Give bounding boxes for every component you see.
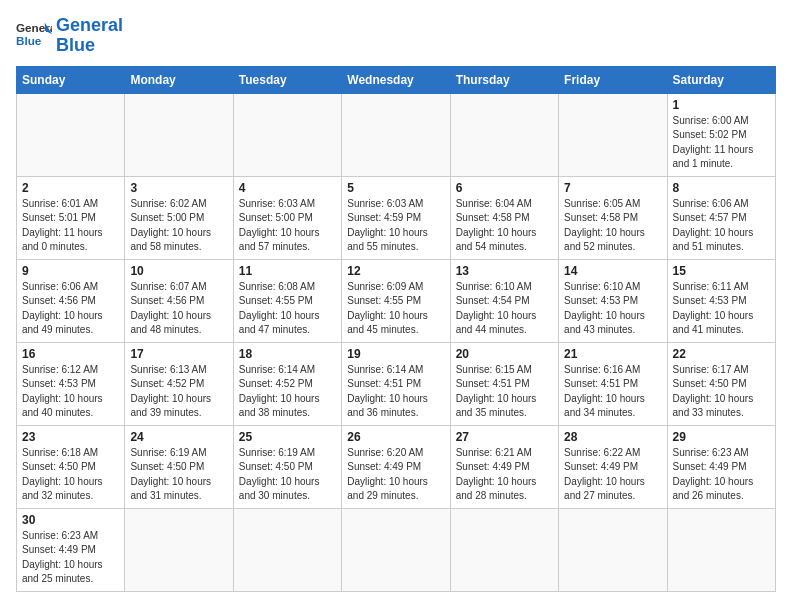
- column-header-wednesday: Wednesday: [342, 66, 450, 93]
- calendar-week-row: 23Sunrise: 6:18 AMSunset: 4:50 PMDayligh…: [17, 425, 776, 508]
- day-info: Sunrise: 6:10 AMSunset: 4:53 PMDaylight:…: [564, 280, 661, 338]
- calendar-cell: 25Sunrise: 6:19 AMSunset: 4:50 PMDayligh…: [233, 425, 341, 508]
- calendar-cell: [559, 508, 667, 591]
- column-header-sunday: Sunday: [17, 66, 125, 93]
- day-info: Sunrise: 6:16 AMSunset: 4:51 PMDaylight:…: [564, 363, 661, 421]
- calendar-cell: 17Sunrise: 6:13 AMSunset: 4:52 PMDayligh…: [125, 342, 233, 425]
- logo-text: GeneralBlue: [56, 16, 123, 56]
- day-info: Sunrise: 6:05 AMSunset: 4:58 PMDaylight:…: [564, 197, 661, 255]
- calendar-cell: [450, 508, 558, 591]
- logo: General Blue GeneralBlue: [16, 16, 123, 56]
- calendar-cell: [559, 93, 667, 176]
- day-number: 28: [564, 430, 661, 444]
- column-header-friday: Friday: [559, 66, 667, 93]
- day-number: 11: [239, 264, 336, 278]
- day-info: Sunrise: 6:23 AMSunset: 4:49 PMDaylight:…: [22, 529, 119, 587]
- calendar-cell: 4Sunrise: 6:03 AMSunset: 5:00 PMDaylight…: [233, 176, 341, 259]
- day-number: 23: [22, 430, 119, 444]
- day-number: 19: [347, 347, 444, 361]
- calendar-cell: [233, 93, 341, 176]
- day-info: Sunrise: 6:14 AMSunset: 4:52 PMDaylight:…: [239, 363, 336, 421]
- day-info: Sunrise: 6:12 AMSunset: 4:53 PMDaylight:…: [22, 363, 119, 421]
- calendar-cell: 13Sunrise: 6:10 AMSunset: 4:54 PMDayligh…: [450, 259, 558, 342]
- day-info: Sunrise: 6:03 AMSunset: 4:59 PMDaylight:…: [347, 197, 444, 255]
- column-header-tuesday: Tuesday: [233, 66, 341, 93]
- day-info: Sunrise: 6:23 AMSunset: 4:49 PMDaylight:…: [673, 446, 770, 504]
- calendar-week-row: 2Sunrise: 6:01 AMSunset: 5:01 PMDaylight…: [17, 176, 776, 259]
- calendar-cell: [125, 93, 233, 176]
- calendar-cell: 6Sunrise: 6:04 AMSunset: 4:58 PMDaylight…: [450, 176, 558, 259]
- day-info: Sunrise: 6:10 AMSunset: 4:54 PMDaylight:…: [456, 280, 553, 338]
- day-number: 14: [564, 264, 661, 278]
- day-number: 12: [347, 264, 444, 278]
- calendar-cell: [342, 508, 450, 591]
- calendar-cell: 26Sunrise: 6:20 AMSunset: 4:49 PMDayligh…: [342, 425, 450, 508]
- day-info: Sunrise: 6:14 AMSunset: 4:51 PMDaylight:…: [347, 363, 444, 421]
- calendar-cell: 18Sunrise: 6:14 AMSunset: 4:52 PMDayligh…: [233, 342, 341, 425]
- day-info: Sunrise: 6:06 AMSunset: 4:57 PMDaylight:…: [673, 197, 770, 255]
- calendar-cell: 24Sunrise: 6:19 AMSunset: 4:50 PMDayligh…: [125, 425, 233, 508]
- calendar-cell: 14Sunrise: 6:10 AMSunset: 4:53 PMDayligh…: [559, 259, 667, 342]
- day-info: Sunrise: 6:17 AMSunset: 4:50 PMDaylight:…: [673, 363, 770, 421]
- day-number: 10: [130, 264, 227, 278]
- calendar-cell: 12Sunrise: 6:09 AMSunset: 4:55 PMDayligh…: [342, 259, 450, 342]
- calendar-cell: 23Sunrise: 6:18 AMSunset: 4:50 PMDayligh…: [17, 425, 125, 508]
- calendar-cell: 19Sunrise: 6:14 AMSunset: 4:51 PMDayligh…: [342, 342, 450, 425]
- day-number: 30: [22, 513, 119, 527]
- day-info: Sunrise: 6:08 AMSunset: 4:55 PMDaylight:…: [239, 280, 336, 338]
- calendar-cell: 15Sunrise: 6:11 AMSunset: 4:53 PMDayligh…: [667, 259, 775, 342]
- day-info: Sunrise: 6:20 AMSunset: 4:49 PMDaylight:…: [347, 446, 444, 504]
- calendar-cell: [342, 93, 450, 176]
- day-info: Sunrise: 6:11 AMSunset: 4:53 PMDaylight:…: [673, 280, 770, 338]
- calendar-cell: 3Sunrise: 6:02 AMSunset: 5:00 PMDaylight…: [125, 176, 233, 259]
- calendar-cell: 8Sunrise: 6:06 AMSunset: 4:57 PMDaylight…: [667, 176, 775, 259]
- calendar-cell: 29Sunrise: 6:23 AMSunset: 4:49 PMDayligh…: [667, 425, 775, 508]
- calendar-header-row: SundayMondayTuesdayWednesdayThursdayFrid…: [17, 66, 776, 93]
- day-info: Sunrise: 6:19 AMSunset: 4:50 PMDaylight:…: [130, 446, 227, 504]
- calendar-week-row: 16Sunrise: 6:12 AMSunset: 4:53 PMDayligh…: [17, 342, 776, 425]
- day-info: Sunrise: 6:04 AMSunset: 4:58 PMDaylight:…: [456, 197, 553, 255]
- day-number: 17: [130, 347, 227, 361]
- day-number: 3: [130, 181, 227, 195]
- day-info: Sunrise: 6:13 AMSunset: 4:52 PMDaylight:…: [130, 363, 227, 421]
- day-number: 13: [456, 264, 553, 278]
- calendar-cell: 27Sunrise: 6:21 AMSunset: 4:49 PMDayligh…: [450, 425, 558, 508]
- day-number: 9: [22, 264, 119, 278]
- day-info: Sunrise: 6:06 AMSunset: 4:56 PMDaylight:…: [22, 280, 119, 338]
- day-info: Sunrise: 6:03 AMSunset: 5:00 PMDaylight:…: [239, 197, 336, 255]
- calendar-cell: 16Sunrise: 6:12 AMSunset: 4:53 PMDayligh…: [17, 342, 125, 425]
- calendar-cell: 10Sunrise: 6:07 AMSunset: 4:56 PMDayligh…: [125, 259, 233, 342]
- day-info: Sunrise: 6:21 AMSunset: 4:49 PMDaylight:…: [456, 446, 553, 504]
- calendar-cell: 22Sunrise: 6:17 AMSunset: 4:50 PMDayligh…: [667, 342, 775, 425]
- page-header: General Blue GeneralBlue: [16, 16, 776, 56]
- svg-text:Blue: Blue: [16, 34, 42, 47]
- day-info: Sunrise: 6:00 AMSunset: 5:02 PMDaylight:…: [673, 114, 770, 172]
- column-header-thursday: Thursday: [450, 66, 558, 93]
- day-info: Sunrise: 6:22 AMSunset: 4:49 PMDaylight:…: [564, 446, 661, 504]
- calendar-cell: [450, 93, 558, 176]
- calendar-cell: 5Sunrise: 6:03 AMSunset: 4:59 PMDaylight…: [342, 176, 450, 259]
- day-number: 22: [673, 347, 770, 361]
- calendar-cell: 7Sunrise: 6:05 AMSunset: 4:58 PMDaylight…: [559, 176, 667, 259]
- day-number: 29: [673, 430, 770, 444]
- calendar-table: SundayMondayTuesdayWednesdayThursdayFrid…: [16, 66, 776, 592]
- calendar-cell: 20Sunrise: 6:15 AMSunset: 4:51 PMDayligh…: [450, 342, 558, 425]
- day-number: 7: [564, 181, 661, 195]
- calendar-cell: 21Sunrise: 6:16 AMSunset: 4:51 PMDayligh…: [559, 342, 667, 425]
- calendar-cell: [125, 508, 233, 591]
- calendar-cell: [17, 93, 125, 176]
- day-info: Sunrise: 6:19 AMSunset: 4:50 PMDaylight:…: [239, 446, 336, 504]
- day-number: 20: [456, 347, 553, 361]
- calendar-cell: [233, 508, 341, 591]
- calendar-week-row: 30Sunrise: 6:23 AMSunset: 4:49 PMDayligh…: [17, 508, 776, 591]
- calendar-cell: 1Sunrise: 6:00 AMSunset: 5:02 PMDaylight…: [667, 93, 775, 176]
- day-number: 6: [456, 181, 553, 195]
- calendar-cell: 30Sunrise: 6:23 AMSunset: 4:49 PMDayligh…: [17, 508, 125, 591]
- calendar-cell: [667, 508, 775, 591]
- day-number: 26: [347, 430, 444, 444]
- day-number: 21: [564, 347, 661, 361]
- day-number: 1: [673, 98, 770, 112]
- column-header-monday: Monday: [125, 66, 233, 93]
- column-header-saturday: Saturday: [667, 66, 775, 93]
- day-number: 25: [239, 430, 336, 444]
